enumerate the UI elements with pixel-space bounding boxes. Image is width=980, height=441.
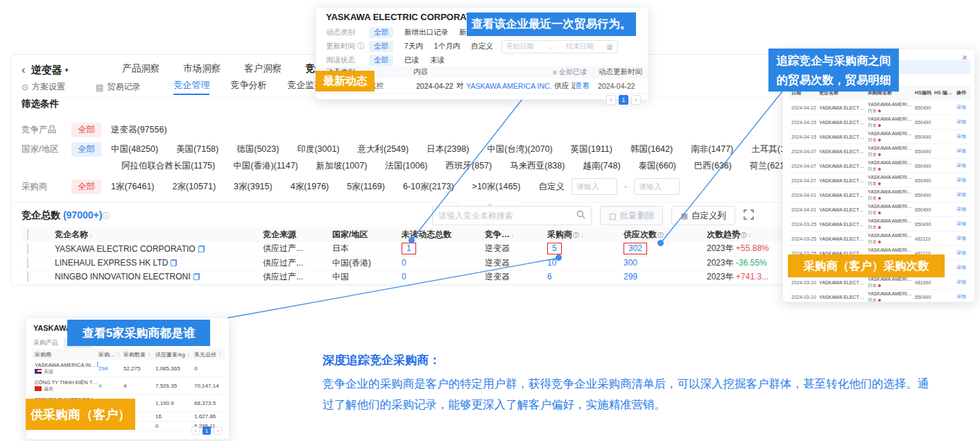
detail-link[interactable]: 详情 (956, 119, 970, 126)
sort-icon[interactable]: ↕ (665, 232, 669, 239)
range-max-input[interactable]: 请输入 (634, 178, 680, 195)
detail-link[interactable]: 详情 (956, 104, 970, 111)
competitor-name[interactable]: YASKAWA ELECTRIC CORP... (819, 222, 868, 227)
prev-page-button[interactable]: ‹ (606, 95, 616, 105)
filter-item[interactable]: 中国(48250) (111, 144, 158, 155)
row-checkbox[interactable] (27, 243, 28, 254)
sort-icon[interactable]: ↕ (187, 351, 191, 358)
view-link[interactable]: 查看 (575, 81, 590, 91)
detail-link[interactable]: 详情 (956, 235, 970, 242)
page-1-button[interactable]: 1 (619, 95, 628, 105)
detail-link[interactable]: 详情 (956, 133, 970, 140)
next-page-button[interactable]: › (214, 426, 222, 435)
supply-value[interactable]: 300 (624, 258, 637, 268)
filter-all-chip[interactable]: 全部 (71, 180, 101, 194)
copy-icon[interactable] (194, 273, 200, 280)
date-range-input[interactable]: 开始日期→结束日期▦ (501, 40, 618, 53)
competitor-name[interactable]: YASKAWA ELECTRIC CORP... (819, 236, 868, 241)
filter-item[interactable]: 德国(5023) (237, 144, 279, 155)
filter-item[interactable]: 巴西(636) (694, 160, 732, 172)
sort-icon[interactable]: ↕ (89, 232, 93, 239)
mark-all-read[interactable]: ≡全部已读 (553, 67, 587, 77)
select-all-checkbox[interactable] (27, 229, 28, 240)
competitor-name[interactable]: YASKAWA ELECTRIC CORP... (819, 149, 868, 154)
competitor-name[interactable]: YASKAWA ELECTRIC CORP... (819, 105, 868, 110)
buyer-name[interactable]: YASKAWA AMERICA INC. (868, 174, 913, 181)
competitor-name[interactable]: YASKAWA ELECTRIC CORP... (819, 164, 868, 168)
sort-icon[interactable]: ↕ (581, 232, 584, 239)
sort-icon[interactable]: ↕ (511, 232, 515, 239)
buyer-name[interactable]: YASKAWA AMERICA INC. (868, 189, 913, 196)
filter-all-chip[interactable]: 全部 (71, 142, 101, 157)
search-icon[interactable] (576, 210, 585, 221)
col-header-source[interactable]: 竞企来源 (257, 227, 327, 242)
close-icon[interactable]: × (962, 52, 968, 63)
detail-link[interactable]: 详情 (956, 293, 970, 300)
filter-item[interactable]: 逆变器(97556) (111, 124, 167, 136)
dyn-option-未读[interactable]: 未读 (430, 55, 445, 65)
competitor-name[interactable]: YASKAWA ELECTRIC CORP... (819, 280, 868, 285)
back-icon[interactable]: ‹ (22, 63, 26, 77)
detail-link[interactable]: 详情 (956, 250, 970, 257)
detail-link[interactable]: 详情 (956, 206, 970, 213)
col-header-name[interactable]: 竞企名称↕ (49, 227, 257, 242)
dyn-option-7天内[interactable]: 7天内 (404, 42, 423, 51)
buyer-times[interactable]: 4 (98, 383, 123, 389)
sort-icon[interactable]: ↕ (748, 232, 752, 239)
range-min-input[interactable]: 请输入 (571, 178, 617, 195)
buyer-name[interactable]: YASKAWA AMERICA INC. (868, 232, 913, 239)
competitor-name[interactable]: YASKAWA ELECTRIC CORP... (819, 193, 868, 198)
custom-columns-button[interactable]: ▦ 自定义列 (671, 206, 734, 225)
buyers-value[interactable]: 5 (547, 243, 562, 254)
filter-item[interactable]: >10家(1465) (472, 181, 521, 193)
dyn-option-已读[interactable]: 已读 (404, 55, 419, 65)
page-title[interactable]: 逆变器 (31, 64, 62, 77)
batch-delete-button[interactable]: ▢ 批量删除 (600, 206, 663, 225)
search-input[interactable]: 请输入竞企名称搜索 (432, 206, 592, 225)
supply-value[interactable]: 299 (624, 272, 637, 282)
next-page-button[interactable]: › (631, 95, 641, 105)
col-header-t1[interactable]: 次数趋势ⓘ↕ (701, 227, 788, 242)
prev-page-button[interactable]: ‹ (191, 426, 200, 435)
sort-icon[interactable]: ↕ (218, 351, 222, 358)
filter-item[interactable]: 印度(3001) (297, 144, 339, 155)
detail-link[interactable]: 详情 (956, 162, 970, 169)
buyer-name[interactable]: YASKAWA AMERICA INC. (868, 247, 913, 254)
copy-icon[interactable] (171, 259, 177, 266)
action-贸易记录[interactable]: ▤贸易记录 (96, 81, 140, 93)
dyn-option-全部[interactable]: 全部 (369, 55, 393, 66)
filter-item[interactable]: 意大利(2549) (358, 144, 409, 155)
buyer-times[interactable]: 294 (98, 365, 123, 372)
unread-value[interactable]: 0 (402, 272, 406, 282)
buyer-name[interactable]: YASKAWA AMERICA INC. (868, 203, 913, 210)
chevron-down-icon[interactable]: ▾ (65, 67, 69, 74)
detail-link[interactable]: 详情 (956, 220, 970, 227)
action-方案设置[interactable]: ⊙方案设置 (22, 81, 65, 93)
filter-all-chip[interactable]: 全部 (71, 123, 101, 137)
buyer-name[interactable]: CÔNG TY TNHH ĐIỆN TỬ UMC VIỆT NAM (35, 379, 98, 386)
subtab-竞争分析[interactable]: 竞争分析 (230, 79, 266, 95)
copy-icon[interactable] (97, 362, 98, 367)
unread-value[interactable]: 1 (402, 243, 416, 254)
dyn-option-新增出口记录[interactable]: 新增出口记录 (404, 28, 448, 37)
competitor-name[interactable]: YASKAWA ELECTRIC CORP... (819, 207, 868, 212)
filter-item[interactable]: 马来西亚(838) (510, 160, 565, 172)
filter-item[interactable]: 法国(1006) (385, 160, 427, 172)
col-header-product[interactable]: 竞争…↕ (479, 227, 542, 242)
buyer-name[interactable]: YASKAWA AMERICA INC. (35, 362, 98, 369)
unread-value[interactable]: 0 (402, 258, 406, 268)
tab-客户洞察[interactable]: 客户洞察 (244, 62, 282, 78)
competitor-name[interactable]: YASKAWA ELECTRIC CORP... (819, 135, 868, 139)
detail-link[interactable]: 详情 (956, 177, 970, 184)
buyer-name[interactable]: YASKAWA AMERICA INC. (868, 130, 913, 137)
filter-item[interactable]: 泰国(660) (639, 160, 676, 172)
row-checkbox[interactable] (27, 257, 28, 268)
filter-item[interactable]: 2家(10571) (173, 181, 216, 193)
competitor-name[interactable]: YASKAWA ELECTRIC CORP... (819, 120, 868, 125)
competitor-name[interactable]: YASKAWA ELECTRIC CORP... (819, 295, 868, 300)
buyer-name[interactable]: YASKAWA AMERICA INC. (868, 218, 913, 225)
buyers-value[interactable]: 10 (547, 258, 556, 268)
detail-link[interactable]: 详情 (956, 148, 970, 155)
copy-icon[interactable] (198, 245, 205, 252)
filter-item[interactable]: 6-10家(2173) (403, 181, 454, 193)
